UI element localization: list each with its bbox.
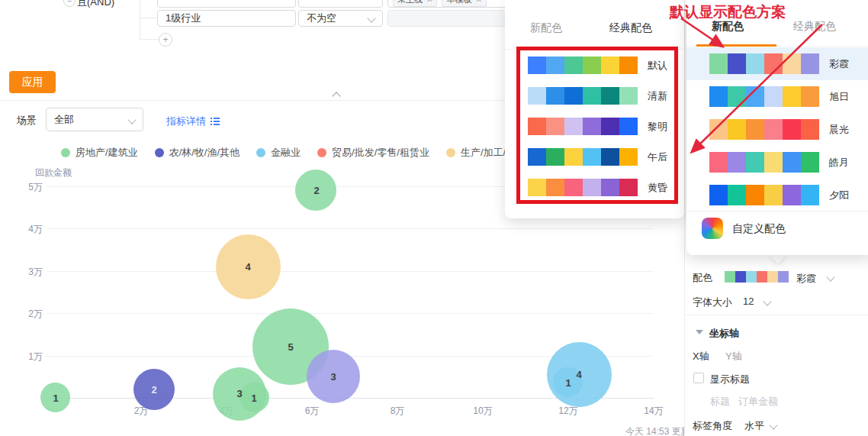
bubble-value-label: 2 [151,384,156,396]
section-collapse-icon[interactable] [696,330,703,334]
scene-selected-value: 全部 [54,113,74,127]
title-value-disabled: 订单金额 [738,395,778,409]
color-swatch [709,86,728,107]
current-color-scheme-swatches[interactable] [725,271,789,283]
show-title-checkbox[interactable] [693,373,704,383]
collapse-and-node-icon[interactable]: − [63,0,76,7]
color-swatch [783,185,801,205]
color-swatch [783,86,801,107]
tree-connector [140,0,140,39]
show-title-label: 显示标题 [710,373,750,386]
filter-operator-select[interactable]: 不为空 [298,10,383,27]
custom-palette-icon[interactable] [702,218,723,239]
chart-legend: 房地产/建筑业农/林/牧/渔/其他金融业贸易/批发/零售/租赁业生产/加工/制造 [61,146,526,160]
color-scheme-row[interactable]: 晨光 [709,119,849,140]
color-swatch [764,185,783,205]
bubble-value-label: 5 [288,341,293,353]
apply-button[interactable]: 应用 [9,71,56,93]
tab-classic-colors[interactable]: 经典配色 [609,21,652,35]
legend-item[interactable]: 房地产/建筑业 [61,146,138,160]
coral-legend-dot [317,148,326,157]
y-axis-title: 回款金额 [35,166,72,179]
color-scheme-value[interactable]: 彩霞 [796,272,816,286]
y-axis-tick-label: 3万 [8,266,43,279]
divider [684,315,868,315]
gridline [47,313,654,314]
remove-tag-icon[interactable]: ✕ [475,0,481,4]
scheme-name-label: 彩霞 [829,57,849,71]
list-icon [210,116,220,127]
bubble-value-label: 1 [53,392,58,404]
remove-tag-icon[interactable]: ✕ [426,0,432,4]
scene-label: 场景 [17,114,37,128]
chevron-down-icon [127,115,136,124]
scene-select[interactable]: 全部 [46,108,143,131]
y-axis-tick-label: 2万 [8,308,43,321]
color-swatch [709,152,728,173]
x-axis-tick-label: 8万 [391,405,405,418]
color-swatch [783,119,801,140]
filter-value-tag[interactable]: 未上线✕ [393,0,437,7]
scheme-swatch-strip [709,152,819,173]
color-swatch [783,53,801,74]
color-swatch [764,86,783,107]
y-axis-tick-label: 4万 [8,223,43,236]
color-swatch [778,271,789,283]
font-size-label: 字体大小 [693,296,732,309]
color-swatch [757,271,767,283]
bubble-value-label: 3 [330,371,336,383]
scheme-name-label: 晨光 [829,123,849,137]
filter-value-tag[interactable]: 单模板✕ [442,0,486,7]
color-scheme-row[interactable]: 皓月 [709,152,849,173]
color-swatch [746,53,764,74]
color-scheme-row[interactable]: 旭日 [709,86,849,107]
x-axis-tick-label: 14万 [644,405,663,418]
color-swatch [728,53,746,74]
color-swatch [746,271,757,283]
legend-item[interactable]: 金融业 [256,146,301,160]
last-updated-text: 今天 14:53 更新 [625,425,690,436]
color-swatch [746,185,764,205]
tree-connector [140,18,157,18]
metric-detail-link[interactable]: 指标详情 [166,115,220,128]
peach-legend-dot [446,148,455,157]
color-setting-label: 配色 [693,271,712,285]
color-swatch [728,86,746,107]
tag-label: 单模板 [446,0,471,5]
legend-item[interactable]: 贸易/批发/零售/租赁业 [317,146,429,160]
dashboard-edit-page: − 且(AND) 未上线✕ 单模板✕ 1级行业 不为空 + 应用 场景 全部 指… [0,0,868,436]
tab-classic-colors[interactable]: 经典配色 [793,20,836,34]
legend-item-label: 农/林/牧/渔/其他 [169,146,240,160]
filter-field-input[interactable]: 1级行业 [157,10,296,27]
x-axis-tab[interactable]: X轴 [693,350,709,363]
color-swatch [709,119,728,140]
x-axis-tick-label: 10万 [473,405,492,418]
scheme-swatch-strip [709,53,819,74]
legend-item-label: 贸易/批发/零售/租赁业 [332,146,429,160]
custom-color-option[interactable]: 自定义配色 [732,222,786,236]
indigo-legend-dot [155,148,164,157]
y-axis-tick-label: 5万 [8,181,43,194]
collapse-panel-icon[interactable] [332,92,340,100]
tag-label: 未上线 [397,0,423,5]
add-condition-button[interactable]: + [159,33,172,47]
color-scheme-row[interactable]: 夕阳 [709,185,849,205]
font-size-value[interactable]: 12 [743,296,754,307]
color-swatch [764,53,783,74]
label-angle-value[interactable]: 水平 [744,419,764,433]
color-scheme-row[interactable]: 彩霞 [709,53,849,74]
annotation-highlight-rect [516,47,678,204]
tab-new-colors[interactable]: 新配色 [530,21,562,35]
title-label-disabled: 标题 [710,395,730,409]
legend-item[interactable]: 农/林/牧/渔/其他 [155,146,240,160]
gridline [47,271,654,272]
y-axis-tick-label: 1万 [8,350,43,363]
y-axis-tab[interactable]: Y轴 [725,350,742,363]
filter-field-input[interactable] [157,0,296,8]
color-swatch [746,86,764,107]
color-swatch [746,119,764,140]
filter-operator-select[interactable] [298,0,383,8]
scheme-swatch-strip [709,119,819,140]
axis-section-title[interactable]: 坐标轴 [709,327,739,341]
gridline [47,228,654,229]
